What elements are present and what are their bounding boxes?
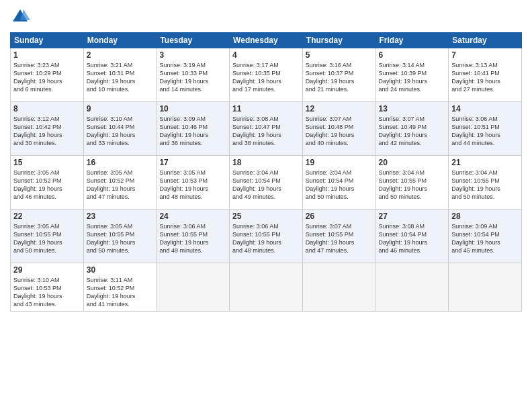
day-cell: 26Sunrise: 3:07 AMSunset: 10:55 PMDaylig… [302, 210, 375, 263]
day-number: 19 [306, 158, 373, 167]
day-info: Sunrise: 3:04 AMSunset: 10:55 PMDaylight… [451, 169, 519, 201]
day-info: Sunrise: 3:21 AMSunset: 10:31 PMDaylight… [87, 61, 154, 94]
day-info: Sunrise: 3:05 AMSunset: 10:55 PMDaylight… [13, 222, 81, 255]
header-saturday: Saturday [449, 33, 522, 48]
day-number: 9 [87, 104, 154, 113]
day-info: Sunrise: 3:11 AMSunset: 10:52 PMDaylight… [87, 276, 154, 309]
day-info: Sunrise: 3:06 AMSunset: 10:51 PMDaylight… [451, 115, 519, 148]
day-info: Sunrise: 3:07 AMSunset: 10:48 PMDaylight… [306, 115, 373, 148]
day-cell: 15Sunrise: 3:05 AMSunset: 10:52 PMDaylig… [11, 156, 84, 210]
day-info: Sunrise: 3:12 AMSunset: 10:42 PMDaylight… [13, 115, 81, 148]
day-number: 12 [306, 104, 373, 113]
day-number: 4 [232, 50, 300, 60]
day-number: 7 [451, 50, 519, 60]
day-cell: 24Sunrise: 3:06 AMSunset: 10:55 PMDaylig… [157, 210, 230, 263]
day-number: 1 [13, 50, 81, 60]
week-row-5: 29Sunrise: 3:10 AMSunset: 10:53 PMDaylig… [11, 263, 522, 312]
day-number: 2 [87, 50, 154, 60]
week-row-4: 22Sunrise: 3:05 AMSunset: 10:55 PMDaylig… [11, 210, 522, 263]
calendar-table: SundayMondayTuesdayWednesdayThursdayFrid… [10, 32, 522, 312]
day-info: Sunrise: 3:06 AMSunset: 10:55 PMDaylight… [232, 222, 300, 255]
day-number: 22 [13, 212, 81, 221]
day-cell [157, 263, 230, 312]
day-number: 5 [306, 50, 373, 60]
day-cell: 2Sunrise: 3:21 AMSunset: 10:31 PMDayligh… [83, 48, 157, 102]
day-cell: 28Sunrise: 3:09 AMSunset: 10:54 PMDaylig… [449, 210, 522, 263]
day-cell: 22Sunrise: 3:05 AMSunset: 10:55 PMDaylig… [11, 210, 84, 263]
day-info: Sunrise: 3:10 AMSunset: 10:53 PMDaylight… [13, 276, 81, 309]
day-cell [302, 263, 375, 312]
day-cell: 6Sunrise: 3:14 AMSunset: 10:39 PMDayligh… [375, 48, 449, 102]
day-number: 18 [232, 158, 300, 167]
day-info: Sunrise: 3:10 AMSunset: 10:44 PMDaylight… [87, 115, 154, 148]
day-info: Sunrise: 3:05 AMSunset: 10:52 PMDaylight… [87, 169, 154, 201]
day-info: Sunrise: 3:08 AMSunset: 10:54 PMDaylight… [379, 222, 446, 255]
day-info: Sunrise: 3:08 AMSunset: 10:47 PMDaylight… [232, 115, 300, 148]
week-row-1: 1Sunrise: 3:23 AMSunset: 10:29 PMDayligh… [11, 48, 522, 102]
day-info: Sunrise: 3:09 AMSunset: 10:46 PMDaylight… [159, 115, 226, 148]
day-cell [375, 263, 449, 312]
day-cell: 5Sunrise: 3:16 AMSunset: 10:37 PMDayligh… [302, 48, 375, 102]
day-info: Sunrise: 3:17 AMSunset: 10:35 PMDaylight… [232, 61, 300, 94]
header [10, 7, 522, 27]
day-cell: 19Sunrise: 3:04 AMSunset: 10:54 PMDaylig… [302, 156, 375, 210]
day-cell: 8Sunrise: 3:12 AMSunset: 10:42 PMDayligh… [11, 102, 84, 156]
day-number: 21 [451, 158, 519, 167]
day-cell: 17Sunrise: 3:05 AMSunset: 10:53 PMDaylig… [157, 156, 230, 210]
day-info: Sunrise: 3:04 AMSunset: 10:54 PMDaylight… [306, 169, 373, 201]
day-info: Sunrise: 3:07 AMSunset: 10:55 PMDaylight… [306, 222, 373, 255]
day-number: 30 [87, 265, 154, 275]
day-number: 14 [451, 104, 519, 113]
day-number: 11 [232, 104, 300, 113]
day-info: Sunrise: 3:13 AMSunset: 10:41 PMDaylight… [451, 61, 519, 94]
day-cell: 7Sunrise: 3:13 AMSunset: 10:41 PMDayligh… [449, 48, 522, 102]
day-cell: 21Sunrise: 3:04 AMSunset: 10:55 PMDaylig… [449, 156, 522, 210]
day-cell: 20Sunrise: 3:04 AMSunset: 10:55 PMDaylig… [375, 156, 449, 210]
day-number: 20 [379, 158, 446, 167]
day-cell: 23Sunrise: 3:05 AMSunset: 10:55 PMDaylig… [83, 210, 157, 263]
day-info: Sunrise: 3:23 AMSunset: 10:29 PMDaylight… [13, 61, 81, 94]
day-cell: 1Sunrise: 3:23 AMSunset: 10:29 PMDayligh… [11, 48, 84, 102]
day-info: Sunrise: 3:05 AMSunset: 10:53 PMDaylight… [159, 169, 226, 201]
day-number: 24 [159, 212, 226, 221]
day-info: Sunrise: 3:14 AMSunset: 10:39 PMDaylight… [379, 61, 446, 94]
day-cell: 10Sunrise: 3:09 AMSunset: 10:46 PMDaylig… [157, 102, 230, 156]
header-thursday: Thursday [302, 33, 375, 48]
day-cell: 25Sunrise: 3:06 AMSunset: 10:55 PMDaylig… [230, 210, 303, 263]
day-number: 29 [13, 265, 81, 275]
day-number: 26 [306, 212, 373, 221]
day-info: Sunrise: 3:06 AMSunset: 10:55 PMDaylight… [159, 222, 226, 255]
day-cell [230, 263, 303, 312]
header-wednesday: Wednesday [230, 33, 303, 48]
day-cell: 3Sunrise: 3:19 AMSunset: 10:33 PMDayligh… [157, 48, 230, 102]
week-row-3: 15Sunrise: 3:05 AMSunset: 10:52 PMDaylig… [11, 156, 522, 210]
day-number: 10 [159, 104, 226, 113]
header-friday: Friday [375, 33, 449, 48]
day-info: Sunrise: 3:19 AMSunset: 10:33 PMDaylight… [159, 61, 226, 94]
day-cell: 13Sunrise: 3:07 AMSunset: 10:49 PMDaylig… [375, 102, 449, 156]
day-cell: 30Sunrise: 3:11 AMSunset: 10:52 PMDaylig… [83, 263, 157, 312]
day-number: 3 [159, 50, 226, 60]
day-cell: 9Sunrise: 3:10 AMSunset: 10:44 PMDayligh… [83, 102, 157, 156]
day-number: 8 [13, 104, 81, 113]
day-number: 27 [379, 212, 446, 221]
day-number: 13 [379, 104, 446, 113]
day-number: 23 [87, 212, 154, 221]
day-cell: 14Sunrise: 3:06 AMSunset: 10:51 PMDaylig… [449, 102, 522, 156]
header-sunday: Sunday [11, 33, 84, 48]
header-tuesday: Tuesday [157, 33, 230, 48]
day-cell: 18Sunrise: 3:04 AMSunset: 10:54 PMDaylig… [230, 156, 303, 210]
day-cell: 4Sunrise: 3:17 AMSunset: 10:35 PMDayligh… [230, 48, 303, 102]
day-number: 17 [159, 158, 226, 167]
day-info: Sunrise: 3:07 AMSunset: 10:49 PMDaylight… [379, 115, 446, 148]
day-cell: 11Sunrise: 3:08 AMSunset: 10:47 PMDaylig… [230, 102, 303, 156]
day-number: 28 [451, 212, 519, 221]
day-number: 6 [379, 50, 446, 60]
day-info: Sunrise: 3:16 AMSunset: 10:37 PMDaylight… [306, 61, 373, 94]
page: SundayMondayTuesdayWednesdayThursdayFrid… [0, 0, 532, 411]
header-monday: Monday [83, 33, 157, 48]
day-number: 25 [232, 212, 300, 221]
day-info: Sunrise: 3:05 AMSunset: 10:55 PMDaylight… [87, 222, 154, 255]
day-number: 15 [13, 158, 81, 167]
day-info: Sunrise: 3:05 AMSunset: 10:52 PMDaylight… [13, 169, 81, 201]
